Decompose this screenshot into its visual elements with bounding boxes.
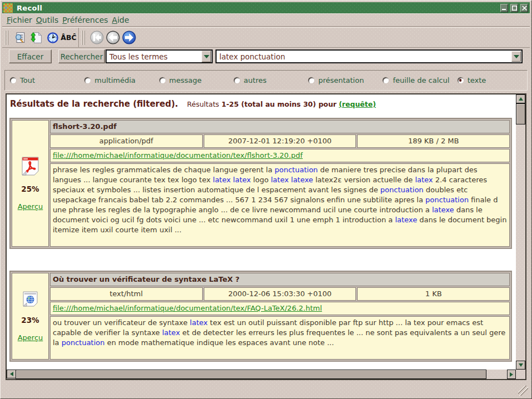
menu-preferences[interactable]: Préférences <box>62 16 108 24</box>
history-button[interactable] <box>44 29 61 46</box>
scroll-up-button[interactable] <box>516 94 525 103</box>
menubar: Fichier Outils Préférences Aide <box>2 13 530 27</box>
minimize-icon <box>502 6 506 11</box>
search-term-highlight: latex latexe <box>271 176 313 184</box>
toolbar-section-tools: ÅBĈ <box>2 28 79 47</box>
result-date: 2000-12-06 15:03:30 +0100 <box>204 287 357 301</box>
vscroll-thumb[interactable] <box>516 103 525 124</box>
result-item-2: 23% Aperçu Où trouver un vérificateur de… <box>9 271 512 362</box>
menu-aide[interactable]: Aide <box>112 16 129 24</box>
result-title: Où trouver un vérificateur de syntaxe La… <box>50 273 510 286</box>
results-vertical-scrollbar[interactable] <box>516 94 525 370</box>
result-snippet: phrase les regles grammaticales de chaqu… <box>50 163 510 247</box>
next-page-button[interactable] <box>121 29 137 46</box>
scrollbar-corner <box>516 370 525 379</box>
filter-radio-feuille-de-calcul[interactable]: feuille de calcul <box>378 76 452 84</box>
sort-parameters-icon <box>31 31 42 44</box>
toolbar: ÅBĈ <box>2 27 530 48</box>
scroll-right-button[interactable] <box>507 370 516 379</box>
scroll-down-button[interactable] <box>516 361 525 370</box>
arrow-up-icon <box>519 97 523 101</box>
menu-outils[interactable]: Outils <box>36 16 58 24</box>
minimize-button[interactable] <box>500 4 508 12</box>
clear-button[interactable]: Effacer <box>9 49 52 63</box>
arrow-down-icon <box>519 363 523 367</box>
filter-radio-multimedia[interactable]: multimédia <box>79 76 154 84</box>
preview-link[interactable]: Aperçu <box>18 333 43 342</box>
filter-radio-texte[interactable]: texte <box>453 76 527 84</box>
advanced-search-icon <box>14 31 26 44</box>
result-file-link[interactable]: file:///home/michael/informatique/docume… <box>53 304 322 312</box>
search-term-highlight: latex <box>190 318 208 327</box>
close-icon <box>522 6 527 11</box>
search-mode-dropdown-button[interactable] <box>202 51 211 62</box>
sort-parameters-button[interactable] <box>28 29 44 46</box>
scroll-left-button[interactable] <box>7 370 16 378</box>
filter-radio-message[interactable]: message <box>154 76 229 84</box>
query-link[interactable]: (requête) <box>339 100 376 108</box>
titlebar[interactable]: Recoll <box>2 2 530 13</box>
result-date: 2007-12-01 12:19:20 +0100 <box>204 134 357 148</box>
filter-radio-autres[interactable]: autres <box>229 76 303 84</box>
result-mime-type: application/pdf <box>50 134 203 148</box>
toolbar-handle[interactable] <box>82 31 86 45</box>
search-term-highlight: ponctuation <box>425 196 469 204</box>
previous-page-icon <box>106 31 120 44</box>
results-title: Résultats de la recherche (filtered). <box>10 99 178 109</box>
search-query-input[interactable]: latex ponctuation <box>217 52 511 61</box>
result-meta-row: application/pdf 2007-12-01 12:19:20 +010… <box>50 134 510 148</box>
result-2-content: Où trouver un vérificateur de syntaxe La… <box>50 273 510 360</box>
result-2-icon-column: 23% Aperçu <box>12 273 49 360</box>
search-term-highlight: latexe <box>395 216 417 224</box>
results-horizontal-scrollbar[interactable] <box>7 370 516 379</box>
search-mode-combobox[interactable]: Tous les termes <box>106 49 213 63</box>
result-url-row: file:///home/michael/informatique/docume… <box>50 149 510 162</box>
vscroll-track[interactable] <box>516 94 525 370</box>
arrow-right-icon <box>510 372 513 377</box>
chevron-down-icon <box>204 55 209 58</box>
results-count: 1-25 (total au moins 30) pour <box>222 100 337 108</box>
preview-link[interactable]: Aperçu <box>18 202 43 211</box>
search-button[interactable]: Rechercher <box>58 49 105 63</box>
window-title: Recoll <box>17 4 42 12</box>
search-query-dropdown-button[interactable] <box>511 51 521 62</box>
results-count-prefix: Résultats <box>187 100 219 108</box>
search-term-highlight: latexe <box>432 206 454 214</box>
first-page-icon <box>90 31 104 44</box>
result-snippet: ou trouver un verificateur de syntaxe la… <box>50 316 510 360</box>
radio-icon <box>234 77 240 83</box>
search-mode-value: Tous les termes <box>107 52 202 61</box>
result-1-icon-column: 25% Aperçu <box>12 120 49 247</box>
relevance-percent: 25% <box>21 184 39 193</box>
menu-fichier[interactable]: Fichier <box>7 16 32 24</box>
filter-radio-tout[interactable]: Tout <box>5 76 79 84</box>
search-term-highlight: ponctuation <box>380 186 424 194</box>
search-query-combobox[interactable]: latex ponctuation <box>215 49 523 63</box>
search-row: Effacer Rechercher Tous les termes latex… <box>2 49 530 63</box>
maximize-button[interactable] <box>510 4 518 12</box>
radio-icon <box>159 77 165 83</box>
toolbar-handle[interactable] <box>5 31 9 45</box>
arrow-left-icon <box>10 372 13 376</box>
radio-icon <box>84 77 91 83</box>
term-explorer-button[interactable]: ÅBĈ <box>61 29 77 46</box>
recoll-app-icon <box>3 3 13 13</box>
radio-icon <box>458 77 464 83</box>
result-item-1: 25% Aperçu flshort-3.20.pdf application/… <box>9 118 512 249</box>
result-url-row: file:///home/michael/informatique/docume… <box>50 302 510 315</box>
resize-grip[interactable] <box>518 386 528 396</box>
search-term-highlight: latex <box>162 328 180 337</box>
result-meta-row: text/html 2000-12-06 15:03:30 +0100 1 KB <box>50 287 510 301</box>
relevance-percent: 23% <box>21 316 39 325</box>
hscroll-thumb[interactable] <box>16 370 486 379</box>
previous-page-button[interactable] <box>105 29 121 46</box>
maximize-icon <box>512 6 517 11</box>
advanced-search-button[interactable] <box>12 29 28 46</box>
next-page-icon <box>122 31 136 44</box>
filter-radio-presentation[interactable]: présentation <box>303 76 378 84</box>
first-page-button[interactable] <box>89 29 105 46</box>
result-file-link[interactable]: file:///home/michael/informatique/docume… <box>53 151 303 159</box>
close-button[interactable] <box>520 4 528 12</box>
result-1-content: flshort-3.20.pdf application/pdf 2007-12… <box>50 120 510 247</box>
toolbar-section-navigation <box>79 28 530 47</box>
